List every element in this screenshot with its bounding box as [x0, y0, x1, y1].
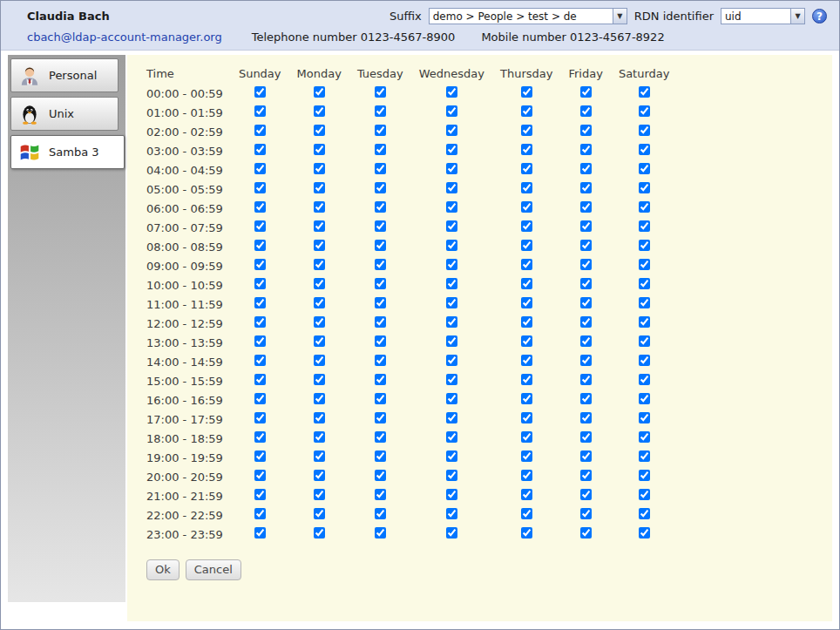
logon-hour-checkbox-sunday-04:00[interactable] [254, 163, 266, 174]
logon-hour-checkbox-tuesday-13:00[interactable] [375, 335, 386, 347]
logon-hour-checkbox-wednesday-20:00[interactable] [446, 470, 457, 481]
logon-hour-checkbox-wednesday-16:00[interactable] [446, 393, 457, 404]
logon-hour-checkbox-monday-23:00[interactable] [314, 527, 325, 539]
logon-hour-checkbox-sunday-21:00[interactable] [254, 489, 266, 500]
logon-hour-checkbox-wednesday-06:00[interactable] [446, 201, 457, 213]
logon-hour-checkbox-sunday-14:00[interactable] [254, 355, 266, 366]
logon-hour-checkbox-saturday-23:00[interactable] [639, 527, 650, 539]
logon-hour-checkbox-saturday-18:00[interactable] [639, 431, 650, 443]
logon-hour-checkbox-sunday-02:00[interactable] [254, 125, 266, 136]
logon-hour-checkbox-friday-13:00[interactable] [580, 335, 592, 347]
ok-button[interactable]: Ok [146, 559, 180, 580]
logon-hour-checkbox-saturday-08:00[interactable] [639, 240, 650, 251]
logon-hour-checkbox-friday-09:00[interactable] [580, 259, 592, 270]
logon-hour-checkbox-friday-22:00[interactable] [580, 508, 592, 519]
logon-hour-checkbox-saturday-09:00[interactable] [639, 259, 650, 270]
logon-hour-checkbox-thursday-10:00[interactable] [521, 278, 532, 289]
logon-hour-checkbox-thursday-03:00[interactable] [521, 144, 532, 155]
logon-hour-checkbox-tuesday-08:00[interactable] [375, 240, 386, 251]
tab-unix[interactable]: Unix [10, 97, 119, 131]
logon-hour-checkbox-sunday-03:00[interactable] [254, 144, 266, 155]
logon-hour-checkbox-friday-18:00[interactable] [580, 431, 592, 443]
logon-hour-checkbox-wednesday-22:00[interactable] [446, 508, 457, 519]
logon-hour-checkbox-saturday-17:00[interactable] [639, 412, 650, 423]
logon-hour-checkbox-monday-17:00[interactable] [314, 412, 325, 423]
logon-hour-checkbox-thursday-04:00[interactable] [521, 163, 532, 174]
help-icon[interactable]: ? [812, 9, 827, 24]
logon-hour-checkbox-thursday-08:00[interactable] [521, 240, 532, 251]
logon-hour-checkbox-thursday-17:00[interactable] [521, 412, 532, 423]
logon-hour-checkbox-thursday-01:00[interactable] [521, 105, 532, 117]
logon-hour-checkbox-monday-08:00[interactable] [314, 240, 325, 251]
logon-hour-checkbox-saturday-13:00[interactable] [639, 335, 650, 347]
logon-hour-checkbox-sunday-22:00[interactable] [254, 508, 266, 519]
logon-hour-checkbox-thursday-11:00[interactable] [521, 297, 532, 308]
logon-hour-checkbox-thursday-16:00[interactable] [521, 393, 532, 404]
logon-hour-checkbox-monday-13:00[interactable] [314, 335, 325, 347]
logon-hour-checkbox-wednesday-02:00[interactable] [446, 125, 457, 136]
logon-hour-checkbox-tuesday-20:00[interactable] [375, 470, 386, 481]
logon-hour-checkbox-wednesday-01:00[interactable] [446, 105, 457, 117]
logon-hour-checkbox-tuesday-15:00[interactable] [375, 374, 386, 385]
logon-hour-checkbox-sunday-01:00[interactable] [254, 105, 266, 117]
logon-hour-checkbox-friday-20:00[interactable] [580, 470, 592, 481]
logon-hour-checkbox-monday-15:00[interactable] [314, 374, 325, 385]
logon-hour-checkbox-tuesday-22:00[interactable] [375, 508, 386, 519]
logon-hour-checkbox-friday-10:00[interactable] [580, 278, 592, 289]
logon-hour-checkbox-thursday-07:00[interactable] [521, 220, 532, 232]
logon-hour-checkbox-monday-00:00[interactable] [314, 86, 325, 98]
tab-personal[interactable]: Personal [10, 58, 119, 92]
logon-hour-checkbox-saturday-12:00[interactable] [639, 316, 650, 328]
logon-hour-checkbox-sunday-09:00[interactable] [254, 259, 266, 270]
logon-hour-checkbox-thursday-15:00[interactable] [521, 374, 532, 385]
logon-hour-checkbox-friday-12:00[interactable] [580, 316, 592, 328]
logon-hour-checkbox-tuesday-16:00[interactable] [375, 393, 386, 404]
logon-hour-checkbox-sunday-12:00[interactable] [254, 316, 266, 328]
logon-hour-checkbox-friday-17:00[interactable] [580, 412, 592, 423]
logon-hour-checkbox-sunday-18:00[interactable] [254, 431, 266, 443]
suffix-select[interactable]: demo > People > test > de ▼ [429, 8, 627, 24]
logon-hour-checkbox-saturday-22:00[interactable] [639, 508, 650, 519]
logon-hour-checkbox-friday-14:00[interactable] [580, 355, 592, 366]
logon-hour-checkbox-wednesday-11:00[interactable] [446, 297, 457, 308]
logon-hour-checkbox-monday-16:00[interactable] [314, 393, 325, 404]
logon-hour-checkbox-sunday-10:00[interactable] [254, 278, 266, 289]
logon-hour-checkbox-friday-07:00[interactable] [580, 220, 592, 232]
logon-hour-checkbox-wednesday-05:00[interactable] [446, 182, 457, 193]
logon-hour-checkbox-sunday-16:00[interactable] [254, 393, 266, 404]
logon-hour-checkbox-wednesday-10:00[interactable] [446, 278, 457, 289]
logon-hour-checkbox-wednesday-21:00[interactable] [446, 489, 457, 500]
logon-hour-checkbox-tuesday-02:00[interactable] [375, 125, 386, 136]
logon-hour-checkbox-tuesday-19:00[interactable] [375, 450, 386, 462]
logon-hour-checkbox-wednesday-03:00[interactable] [446, 144, 457, 155]
logon-hour-checkbox-monday-20:00[interactable] [314, 470, 325, 481]
logon-hour-checkbox-wednesday-12:00[interactable] [446, 316, 457, 328]
logon-hour-checkbox-wednesday-13:00[interactable] [446, 335, 457, 347]
logon-hour-checkbox-thursday-14:00[interactable] [521, 355, 532, 366]
logon-hour-checkbox-tuesday-05:00[interactable] [375, 182, 386, 193]
logon-hour-checkbox-friday-11:00[interactable] [580, 297, 592, 308]
logon-hour-checkbox-saturday-01:00[interactable] [639, 105, 650, 117]
logon-hour-checkbox-thursday-09:00[interactable] [521, 259, 532, 270]
logon-hour-checkbox-saturday-19:00[interactable] [639, 450, 650, 462]
logon-hour-checkbox-thursday-13:00[interactable] [521, 335, 532, 347]
logon-hour-checkbox-saturday-14:00[interactable] [639, 355, 650, 366]
logon-hour-checkbox-sunday-15:00[interactable] [254, 374, 266, 385]
logon-hour-checkbox-monday-06:00[interactable] [314, 201, 325, 213]
logon-hour-checkbox-tuesday-07:00[interactable] [375, 220, 386, 232]
logon-hour-checkbox-tuesday-03:00[interactable] [375, 144, 386, 155]
logon-hour-checkbox-monday-11:00[interactable] [314, 297, 325, 308]
logon-hour-checkbox-sunday-08:00[interactable] [254, 240, 266, 251]
logon-hour-checkbox-saturday-04:00[interactable] [639, 163, 650, 174]
logon-hour-checkbox-wednesday-09:00[interactable] [446, 259, 457, 270]
logon-hour-checkbox-tuesday-11:00[interactable] [375, 297, 386, 308]
logon-hour-checkbox-wednesday-14:00[interactable] [446, 355, 457, 366]
logon-hour-checkbox-monday-04:00[interactable] [314, 163, 325, 174]
email-link[interactable]: cbach@ldap-account-manager.org [27, 30, 222, 44]
logon-hour-checkbox-monday-05:00[interactable] [314, 182, 325, 193]
logon-hour-checkbox-tuesday-12:00[interactable] [375, 316, 386, 328]
logon-hour-checkbox-tuesday-23:00[interactable] [375, 527, 386, 539]
logon-hour-checkbox-wednesday-04:00[interactable] [446, 163, 457, 174]
logon-hour-checkbox-monday-01:00[interactable] [314, 105, 325, 117]
logon-hour-checkbox-saturday-00:00[interactable] [639, 86, 650, 98]
